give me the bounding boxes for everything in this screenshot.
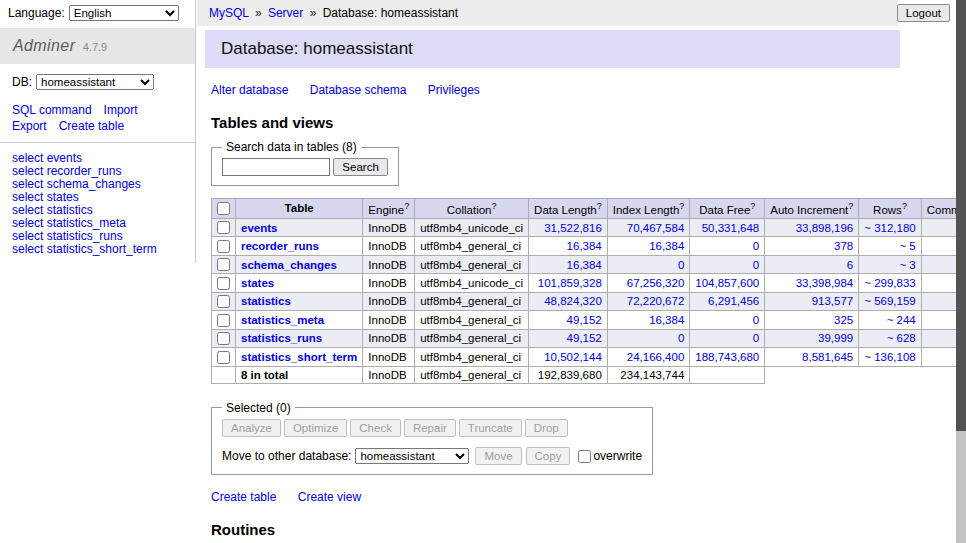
scrollbar-thumb[interactable] (956, 0, 966, 431)
language-select[interactable]: English (69, 5, 179, 21)
export-link[interactable]: Export (12, 119, 47, 133)
row-checkbox[interactable] (217, 240, 230, 253)
scrollbar[interactable] (956, 0, 966, 543)
table-name-link[interactable]: statistics_meta (241, 314, 324, 326)
auto-increment-cell: 8,581,645 (765, 348, 859, 366)
tables-foot: 8 in totalInnoDButf8mb4_general_ci192,83… (212, 366, 966, 383)
row-checkbox[interactable] (217, 258, 230, 271)
auto-increment-cell: 325 (765, 311, 859, 329)
row-checkbox[interactable] (217, 351, 230, 364)
db-select[interactable]: homeassistant (36, 74, 154, 90)
column-header-collation[interactable]: Collation? (415, 199, 529, 219)
row-checkbox[interactable] (217, 314, 230, 327)
collation-cell: utf8mb4_unicode_ci (415, 218, 529, 236)
table-name-link[interactable]: states (241, 277, 274, 289)
selected-buttons: AnalyzeOptimizeCheckRepairTruncateDrop (222, 419, 642, 437)
table-name-cell: statistics_short_term (236, 348, 363, 366)
search-button[interactable]: Search (333, 158, 387, 176)
table-name-cell: schema_changes (236, 255, 363, 273)
create-view-link[interactable]: Create view (298, 490, 361, 504)
data-length-cell: 16,384 (529, 237, 608, 255)
sidebar-table-links: select eventsselect recorder_runsselect … (12, 152, 183, 256)
alter-database-link[interactable]: Alter database (211, 83, 288, 97)
database-schema-link[interactable]: Database schema (310, 83, 407, 97)
sidebar-table-link[interactable]: select statistics (12, 203, 93, 217)
search-input[interactable] (222, 158, 330, 176)
row-checkbox[interactable] (217, 277, 230, 290)
analyze-button[interactable]: Analyze (222, 419, 281, 437)
data-length-cell: 48,824,320 (529, 292, 608, 310)
sidebar-table-link[interactable]: select statistics_short_term (12, 242, 157, 256)
table-row: schema_changesInnoDButf8mb4_general_ci16… (212, 255, 966, 273)
rows-cell: ~ 5 (859, 237, 921, 255)
optimize-button[interactable]: Optimize (284, 419, 347, 437)
logout-button[interactable]: Logout (897, 4, 950, 22)
data-length-cell: 16,384 (529, 255, 608, 273)
data-length-cell: 10,502,144 (529, 348, 608, 366)
row-checkbox[interactable] (217, 332, 230, 345)
privileges-link[interactable]: Privileges (428, 83, 480, 97)
db-label: DB: (12, 75, 32, 89)
sidebar-divider (0, 142, 195, 143)
index-length-cell: 16,384 (607, 237, 690, 255)
overwrite-label: overwrite (593, 449, 642, 463)
column-header-rows[interactable]: Rows? (859, 199, 921, 219)
table-name-cell: statistics_meta (236, 311, 363, 329)
sidebar-table-link[interactable]: select schema_changes (12, 177, 141, 191)
index-length-cell: 67,256,320 (607, 274, 690, 292)
data-length-cell: 49,152 (529, 311, 608, 329)
sidebar-table-link[interactable]: select states (12, 190, 79, 204)
table-name-link[interactable]: events (241, 222, 277, 234)
move-db-select[interactable]: homeassistant (355, 448, 469, 464)
sidebar-table-link[interactable]: select recorder_runs (12, 164, 121, 178)
sidebar-table-link[interactable]: select statistics_meta (12, 216, 126, 230)
column-header-data-length[interactable]: Data Length? (529, 199, 608, 219)
engine-cell: InnoDB (363, 311, 415, 329)
table-name-link[interactable]: recorder_runs (241, 240, 319, 252)
row-checkbox[interactable] (217, 295, 230, 308)
create-table-nav-link[interactable]: Create table (59, 119, 124, 133)
row-checkbox[interactable] (217, 221, 230, 234)
table-name-link[interactable]: statistics (241, 295, 291, 307)
select-all-checkbox[interactable] (217, 202, 230, 215)
auto-increment-cell: 39,999 (765, 329, 859, 347)
data-free-cell: 0 (690, 311, 765, 329)
table-name-cell: recorder_runs (236, 237, 363, 255)
language-row: Language:English (0, 0, 195, 25)
column-header-auto-increment[interactable]: Auto Increment? (765, 199, 859, 219)
search-legend: Search data in tables (8) (222, 140, 361, 154)
data-length-cell: 31,522,816 (529, 218, 608, 236)
sidebar-table-link[interactable]: select statistics_runs (12, 229, 123, 243)
row-checkbox-cell (212, 329, 236, 347)
import-link[interactable]: Import (104, 103, 138, 117)
truncate-button[interactable]: Truncate (459, 419, 522, 437)
breadcrumb-server[interactable]: Server (268, 6, 303, 20)
move-button[interactable]: Move (475, 447, 521, 465)
language-label: Language: (8, 6, 65, 20)
sql-command-link[interactable]: SQL command (12, 103, 92, 117)
breadcrumb-mysql[interactable]: MySQL (209, 6, 249, 20)
move-label: Move to other database: (222, 449, 351, 463)
db-actions: Alter database Database schema Privilege… (211, 83, 956, 97)
column-header-engine[interactable]: Engine? (363, 199, 415, 219)
create-table-link[interactable]: Create table (211, 490, 276, 504)
repair-button[interactable]: Repair (404, 419, 456, 437)
sidebar-table-link[interactable]: select events (12, 151, 82, 165)
column-header-index-length[interactable]: Index Length? (607, 199, 690, 219)
overwrite-checkbox[interactable] (578, 450, 591, 463)
app-name[interactable]: Adminer (13, 37, 75, 54)
table-name-link[interactable]: statistics_short_term (241, 351, 357, 363)
drop-button[interactable]: Drop (525, 419, 568, 437)
check-button[interactable]: Check (350, 419, 401, 437)
table-row: statistics_runsInnoDButf8mb4_general_ci4… (212, 329, 966, 347)
table-name-link[interactable]: statistics_runs (241, 332, 322, 344)
copy-button[interactable]: Copy (526, 447, 571, 465)
main-area: MySQL » Server » Database: homeassistant… (197, 0, 956, 543)
data-length-cell: 101,859,328 (529, 274, 608, 292)
auto-increment-cell: 913,577 (765, 292, 859, 310)
rows-cell: ~ 136,108 (859, 348, 921, 366)
engine-cell: InnoDB (363, 292, 415, 310)
table-name-link[interactable]: schema_changes (241, 259, 337, 271)
column-header-data-free[interactable]: Data Free? (690, 199, 765, 219)
rows-cell: ~ 569,159 (859, 292, 921, 310)
